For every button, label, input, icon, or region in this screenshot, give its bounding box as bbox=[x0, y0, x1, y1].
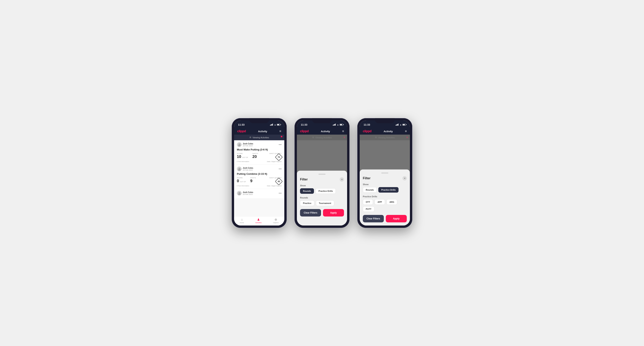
tournament-btn-2[interactable]: Tournament bbox=[316, 200, 334, 206]
svg-point-4 bbox=[238, 192, 240, 193]
viewing-bar-text: Viewing Activities bbox=[252, 136, 269, 139]
app-btn-3[interactable]: APP bbox=[374, 199, 385, 205]
user-info-3: Josh Coles 28 Feb 2023 bbox=[237, 191, 253, 195]
viewing-activities-bar[interactable]: ⚙ Viewing Activities bbox=[234, 135, 284, 140]
more-options-3[interactable]: ••• bbox=[279, 192, 282, 195]
out-of-1: OUT OF bbox=[242, 157, 248, 158]
notification-dot bbox=[281, 136, 282, 137]
ott-btn-3[interactable]: OTT bbox=[363, 199, 373, 205]
signal-2-3 bbox=[334, 124, 335, 126]
signal-2 bbox=[271, 124, 271, 126]
avatar-2 bbox=[237, 167, 242, 171]
clear-filters-btn-3[interactable]: Clear Filters bbox=[363, 215, 384, 222]
practice-btn-2[interactable]: Practice bbox=[300, 200, 314, 206]
arg-btn-3[interactable]: ARG bbox=[386, 199, 397, 205]
phone-notch-3 bbox=[375, 118, 394, 123]
header-title-2: Activity bbox=[321, 130, 330, 133]
phone-screen-2: 11:33 ▲ clippd Activity bbox=[297, 121, 347, 225]
card-footer-1: ℹ Test Information Data: Clippd Capture bbox=[237, 161, 282, 163]
battery-icon-3 bbox=[402, 124, 406, 126]
time-display: 11:33 bbox=[238, 123, 244, 126]
card-header-3: Josh Coles 28 Feb 2023 ••• bbox=[237, 191, 282, 195]
nav-home[interactable]: ⌂ Home bbox=[240, 218, 244, 223]
svg-point-1 bbox=[238, 145, 240, 146]
app-header: clippd Activity ≡ bbox=[234, 128, 284, 135]
putt-btn-3[interactable]: PUTT bbox=[363, 206, 374, 212]
app-logo-3: clippd bbox=[363, 130, 372, 133]
apply-btn-3[interactable]: Apply bbox=[386, 215, 407, 222]
card-title-2: Putting Combine (3-15 ft) bbox=[237, 173, 282, 175]
card-footer-2: ℹ Test Information Data: Clippd Capture bbox=[237, 185, 282, 187]
user-info-2: Josh Coles 28 Feb 2023 bbox=[237, 167, 253, 171]
nav-capture-label: Capture bbox=[273, 222, 278, 223]
practice-drills-btn-3[interactable]: Practice Drills bbox=[378, 187, 398, 192]
app-logo-2: clippd bbox=[300, 130, 309, 133]
app-header-2: clippd Activity ≡ bbox=[297, 128, 347, 135]
score-value-1: 10 bbox=[237, 154, 241, 159]
rounds-btn-3[interactable]: Rounds bbox=[363, 187, 377, 192]
filter-header-2: Filter ✕ bbox=[300, 177, 344, 182]
show-section-label-2: Show bbox=[300, 184, 344, 187]
phones-container: 11:33 ▲ clippd Activity bbox=[232, 118, 412, 228]
avatar-3 bbox=[237, 191, 242, 195]
content-with-overlay-2: ⚙ Viewing Activities Filter ✕ Show bbox=[297, 135, 347, 225]
shot-quality-value-2: 45 bbox=[278, 180, 280, 182]
test-info-2: ℹ Test Information bbox=[237, 185, 249, 187]
shot-quality-badge-1: 75 bbox=[275, 153, 283, 161]
score-label-2: Score bbox=[237, 177, 246, 179]
nav-activities[interactable]: ♟ Activities bbox=[256, 218, 262, 223]
nav-home-label: Home bbox=[240, 222, 244, 223]
show-buttons-3: Rounds Practice Drills bbox=[363, 187, 407, 192]
time-display-3: 11:33 bbox=[364, 123, 370, 126]
apply-btn-2[interactable]: Apply bbox=[323, 209, 344, 216]
signal-3-2 bbox=[396, 124, 397, 126]
filter-close-2[interactable]: ✕ bbox=[340, 177, 344, 182]
user-details-2: Josh Coles 28 Feb 2023 bbox=[243, 167, 253, 171]
filter-sheet-3: Filter ✕ Show Rounds Practice Drills Pra… bbox=[360, 170, 410, 225]
signal-3-4 bbox=[398, 124, 398, 126]
practice-drills-section-label-3: Practice Drills bbox=[363, 195, 407, 198]
card-title-1: Must Make Putting (3-6 ft) bbox=[237, 148, 282, 151]
activity-card-3: Josh Coles 28 Feb 2023 ••• bbox=[234, 189, 284, 199]
home-icon: ⌂ bbox=[241, 218, 243, 221]
filter-title-2: Filter bbox=[300, 178, 308, 181]
clear-filters-btn-2[interactable]: Clear Filters bbox=[300, 209, 321, 216]
signal-2-4 bbox=[335, 124, 336, 126]
svg-point-3 bbox=[238, 169, 240, 170]
filter-sliders-icon: ⚙ bbox=[250, 136, 251, 139]
rounds-btn-2[interactable]: Rounds bbox=[300, 188, 314, 194]
show-buttons-2: Rounds Practice Drills bbox=[300, 188, 344, 194]
svg-point-5 bbox=[238, 193, 240, 194]
status-icons-2: ▲ bbox=[333, 124, 343, 126]
more-options-1[interactable]: ••• bbox=[279, 143, 282, 146]
filter-handle-3 bbox=[381, 173, 388, 173]
svg-point-2 bbox=[238, 168, 240, 169]
activity-card-1: Josh Coles 28 Feb 2023 ••• Must Make Put… bbox=[234, 140, 284, 165]
menu-icon-2[interactable]: ≡ bbox=[342, 130, 344, 133]
user-info-1: Josh Coles 28 Feb 2023 bbox=[237, 142, 253, 147]
content-with-overlay-3: ⚙ Viewing Activities Filter ✕ Show bbox=[360, 135, 410, 225]
menu-icon[interactable]: ≡ bbox=[280, 130, 281, 133]
phone-screen-3: 11:33 ▲ clippd Activity bbox=[360, 121, 410, 225]
filter-close-3[interactable]: ✕ bbox=[402, 176, 407, 180]
practice-drills-btn-2[interactable]: Practice Drills bbox=[316, 188, 336, 194]
shots-label-1: Shots bbox=[252, 153, 258, 154]
user-name-2: Josh Coles bbox=[243, 167, 253, 169]
battery-icon-2 bbox=[340, 124, 343, 126]
phone-notch bbox=[250, 118, 269, 123]
user-date-1: 28 Feb 2023 bbox=[243, 145, 253, 147]
nav-capture[interactable]: ⊕ Capture bbox=[273, 218, 278, 223]
signal-3-3 bbox=[397, 124, 398, 126]
shots-value-1: 20 bbox=[252, 154, 257, 159]
rounds-section-label-2: Rounds bbox=[300, 196, 344, 199]
test-info-1: ℹ Test Information bbox=[237, 161, 249, 163]
user-details-3: Josh Coles 28 Feb 2023 bbox=[243, 191, 253, 195]
filter-actions-3: Clear Filters Apply bbox=[363, 215, 407, 222]
more-options-2[interactable]: ••• bbox=[279, 167, 282, 171]
user-name-3: Josh Coles bbox=[243, 191, 253, 193]
menu-icon-3[interactable]: ≡ bbox=[405, 130, 407, 133]
capture-icon: ⊕ bbox=[274, 218, 277, 221]
wifi-icon-3: ▲ bbox=[400, 124, 402, 126]
nav-activities-label: Activities bbox=[256, 222, 262, 223]
filter-actions-2: Clear Filters Apply bbox=[300, 209, 344, 216]
